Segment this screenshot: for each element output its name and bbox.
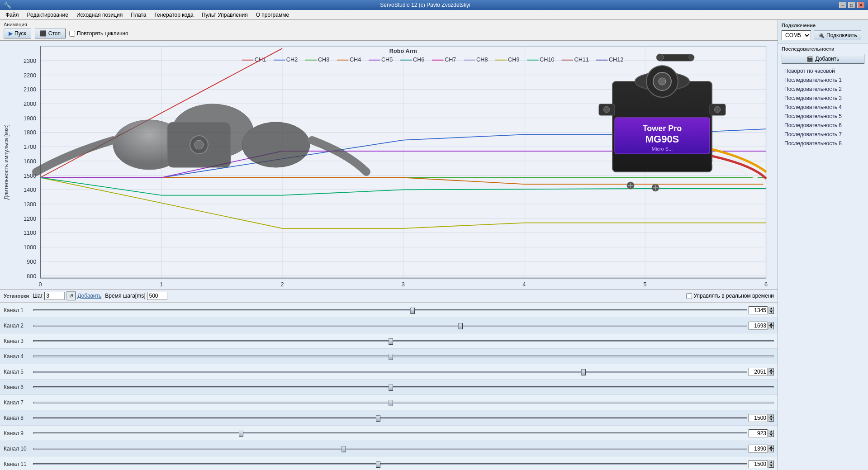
connection-title: Подключение xyxy=(782,23,864,28)
menu-item-board[interactable]: Плата xyxy=(127,11,150,19)
channel-spin-down-10[interactable]: ▼ xyxy=(768,449,774,452)
svg-text:1700: 1700 xyxy=(24,144,36,150)
close-button[interactable]: ✕ xyxy=(857,2,864,8)
svg-text:1200: 1200 xyxy=(24,216,36,222)
svg-text:5: 5 xyxy=(644,281,647,288)
add-sequence-button[interactable]: 🎬 Добавить xyxy=(782,54,864,64)
channel-slider-2[interactable] xyxy=(33,325,747,327)
channel-slider-3[interactable] xyxy=(33,340,774,342)
channel-thumb-4[interactable] xyxy=(389,354,393,360)
channel-slider-5[interactable] xyxy=(33,371,747,373)
sequence-item-8[interactable]: Последовательность 8 xyxy=(782,139,864,148)
channel-thumb-8[interactable] xyxy=(376,415,380,422)
svg-text:CH3: CH3 xyxy=(318,57,330,63)
menubar: ФайлРедактированиеИсходная позицияПлатаГ… xyxy=(0,10,868,20)
channel-row-5: Канал 5▲▼ xyxy=(0,364,778,380)
channel-row-6: Канал 6 xyxy=(0,380,778,395)
channel-label-4: Канал 4 xyxy=(4,353,33,360)
channel-spinner-2: ▲▼ xyxy=(768,322,774,329)
channel-row-4: Канал 4 xyxy=(0,349,778,364)
channel-spin-down-5[interactable]: ▼ xyxy=(768,372,774,375)
bottom-panel: Установки Шаг ↺ Добавить Время шага[ms] … xyxy=(0,289,778,470)
step-input[interactable] xyxy=(44,292,65,300)
sequence-item-0[interactable]: Поворот по часовой xyxy=(782,66,864,76)
menu-item-about[interactable]: О программе xyxy=(252,11,293,19)
channel-input-1[interactable] xyxy=(749,306,768,314)
svg-text:1400: 1400 xyxy=(24,187,36,194)
sequence-item-6[interactable]: Последовательность 6 xyxy=(782,121,864,130)
channel-thumb-6[interactable] xyxy=(389,385,393,391)
channel-slider-11[interactable] xyxy=(33,463,747,465)
channel-spin-down-9[interactable]: ▼ xyxy=(768,433,774,437)
channel-thumb-9[interactable] xyxy=(239,431,243,437)
play-button[interactable]: ▶ Пуск xyxy=(4,28,31,38)
menu-item-control[interactable]: Пульт Управления xyxy=(198,11,251,19)
svg-text:2100: 2100 xyxy=(24,86,36,93)
channel-spin-down-2[interactable]: ▼ xyxy=(768,326,774,329)
channel-slider-4[interactable] xyxy=(33,356,774,357)
refresh-button[interactable]: ↺ xyxy=(66,291,76,300)
menu-item-home[interactable]: Исходная позиция xyxy=(73,11,126,19)
channel-slider-8[interactable] xyxy=(33,417,747,419)
svg-text:Robo Arm: Robo Arm xyxy=(389,48,417,54)
channel-thumb-1[interactable] xyxy=(410,308,415,314)
channel-thumb-7[interactable] xyxy=(389,400,393,406)
channel-input-10[interactable] xyxy=(749,445,768,453)
channel-thumb-2[interactable] xyxy=(458,323,463,329)
maximize-button[interactable]: □ xyxy=(848,2,855,8)
channel-slider-6[interactable] xyxy=(33,386,774,388)
sequence-item-3[interactable]: Последовательность 3 xyxy=(782,94,864,103)
connect-button[interactable]: 🔌 Подключить xyxy=(814,30,861,40)
channel-input-9[interactable] xyxy=(749,429,768,437)
channel-input-2[interactable] xyxy=(749,322,768,330)
connection-controls: COM5 COM1 COM2 COM3 COM4 COM6 🔌 Подключи… xyxy=(782,30,864,40)
channel-slider-1[interactable] xyxy=(33,309,747,311)
channel-input-11[interactable] xyxy=(749,460,768,468)
channel-spin-down-11[interactable]: ▼ xyxy=(768,464,774,468)
channel-thumb-10[interactable] xyxy=(342,446,346,452)
port-select[interactable]: COM5 COM1 COM2 COM3 COM4 COM6 xyxy=(782,30,811,40)
svg-text:900: 900 xyxy=(27,259,36,265)
channel-value-10: ▲▼ xyxy=(749,445,774,453)
channel-slider-9[interactable] xyxy=(33,432,747,434)
svg-text:4: 4 xyxy=(522,281,526,288)
loop-checkbox[interactable] xyxy=(69,31,75,37)
stop-button[interactable]: ⬛ Стоп xyxy=(35,28,66,38)
channel-spin-down-8[interactable]: ▼ xyxy=(768,418,774,422)
stop-icon: ⬛ xyxy=(40,30,47,37)
play-icon: ▶ xyxy=(9,30,13,37)
channel-spinner-1: ▲▼ xyxy=(768,307,774,314)
sequence-item-7[interactable]: Последовательность 7 xyxy=(782,130,864,139)
channel-thumb-11[interactable] xyxy=(376,461,380,468)
sequence-item-4[interactable]: Последовательность 4 xyxy=(782,103,864,112)
channel-input-8[interactable] xyxy=(749,414,768,422)
menu-item-codegen[interactable]: Генератор кода xyxy=(151,11,197,19)
sequence-item-5[interactable]: Последовательность 5 xyxy=(782,112,864,121)
sequence-item-2[interactable]: Последовательность 2 xyxy=(782,85,864,94)
channel-thumb-5[interactable] xyxy=(581,369,586,375)
loop-checkbox-label[interactable]: Повторять циклично xyxy=(69,30,128,37)
menu-item-file[interactable]: Файл xyxy=(2,11,23,19)
step-label: Шаг xyxy=(33,293,43,299)
channel-slider-10[interactable] xyxy=(33,448,747,450)
sequence-item-1[interactable]: Последовательность 1 xyxy=(782,76,864,85)
channel-slider-7[interactable] xyxy=(33,402,774,404)
channel-label-10: Канал 10 xyxy=(4,446,33,452)
chart-svg: 800 900 1000 1100 1200 1300 1400 1500 16… xyxy=(0,41,778,289)
svg-text:1900: 1900 xyxy=(24,115,36,122)
realtime-checkbox[interactable] xyxy=(686,293,692,299)
channel-row-3: Канал 3 xyxy=(0,333,778,349)
channel-spin-down-1[interactable]: ▼ xyxy=(768,310,774,314)
channel-label-7: Канал 7 xyxy=(4,399,33,406)
channel-thumb-3[interactable] xyxy=(389,338,393,345)
animation-controls: ▶ Пуск ⬛ Стоп Повторять циклично xyxy=(4,28,774,38)
menu-item-edit[interactable]: Редактирование xyxy=(24,11,72,19)
channel-input-5[interactable] xyxy=(749,368,768,376)
svg-text:CH9: CH9 xyxy=(508,57,520,63)
svg-text:Длительность импульса [мкс]: Длительность импульса [мкс] xyxy=(3,124,9,199)
stop-label: Стоп xyxy=(48,30,61,37)
time-input[interactable] xyxy=(147,292,167,300)
channel-value-9: ▲▼ xyxy=(749,429,774,437)
minimize-button[interactable]: ─ xyxy=(839,2,846,8)
settings-section-label: Установки xyxy=(4,293,29,299)
